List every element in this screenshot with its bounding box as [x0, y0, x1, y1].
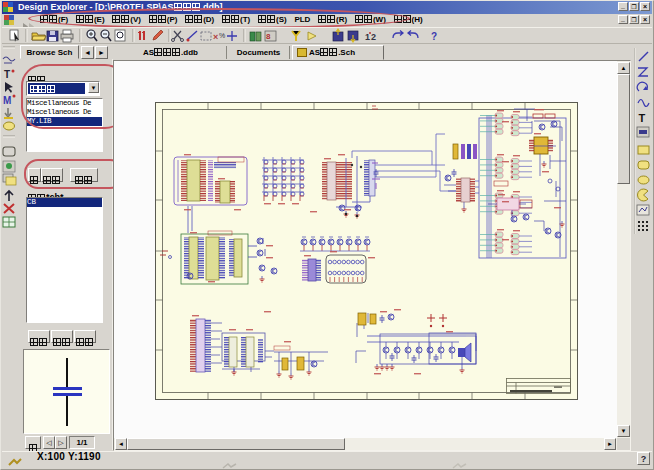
svg-text:T: T [4, 69, 10, 80]
svg-text:2: 2 [371, 32, 376, 42]
svg-text:?: ? [431, 31, 437, 42]
svg-text:8: 8 [266, 32, 271, 41]
svg-text:×: × [213, 32, 218, 42]
svg-text:M: M [3, 95, 11, 106]
svg-text:T: T [639, 112, 646, 124]
svg-text:%: % [219, 32, 225, 39]
